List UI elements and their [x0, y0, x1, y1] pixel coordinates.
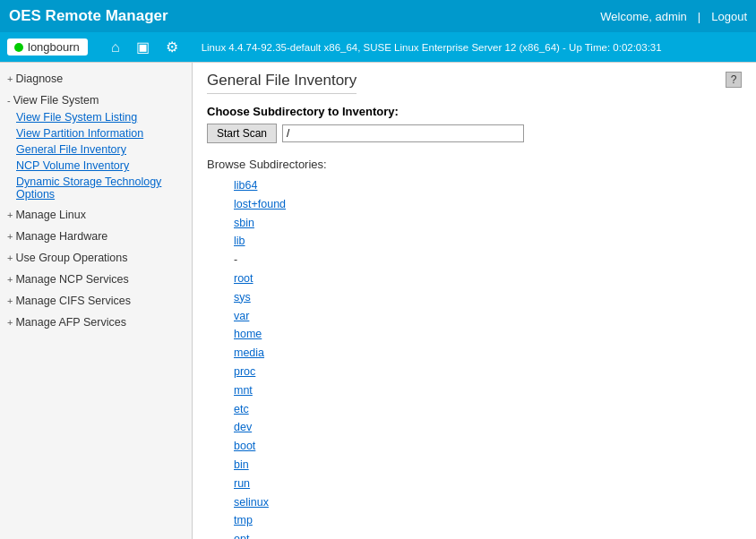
- nav-icons: ⌂ ▣ ⚙: [107, 37, 182, 57]
- header-right: Welcome, admin | Logout: [600, 10, 747, 23]
- expand-minus-icon: -: [7, 95, 11, 106]
- directory-list: lib64lost+foundsbinlib-rootsysvarhomemed…: [207, 176, 742, 539]
- manage-linux-header[interactable]: + Manage Linux: [0, 206, 192, 224]
- view-file-system-label: View File System: [13, 94, 99, 107]
- page-title: General File Inventory: [207, 72, 357, 94]
- manage-linux-section: + Manage Linux: [0, 204, 192, 226]
- manage-hardware-header[interactable]: + Manage Hardware: [0, 227, 192, 245]
- manage-hardware-label: Manage Hardware: [15, 230, 107, 243]
- diagnose-header[interactable]: + Diagnose: [0, 70, 192, 88]
- dir-link[interactable]: run: [234, 477, 250, 490]
- list-item: sys: [234, 288, 742, 307]
- list-item: home: [234, 325, 742, 344]
- welcome-text: Welcome, admin: [600, 10, 687, 23]
- system-info: Linux 4.4.74-92.35-default x86_64, SUSE …: [202, 42, 662, 53]
- diagnose-label: Diagnose: [15, 73, 63, 85]
- manage-cifs-label: Manage CIFS Services: [15, 295, 131, 307]
- dir-link[interactable]: proc: [234, 365, 255, 378]
- view-file-system-header[interactable]: - View File System: [0, 91, 192, 109]
- server-bar: longbourn ⌂ ▣ ⚙ Linux 4.4.74-92.35-defau…: [0, 32, 756, 63]
- dir-link[interactable]: tmp: [234, 514, 253, 526]
- use-group-ops-header[interactable]: + Use Group Operations: [0, 249, 192, 267]
- dir-link[interactable]: var: [234, 310, 249, 322]
- manage-cifs-section: + Manage CIFS Services: [0, 290, 192, 312]
- dir-link[interactable]: selinux: [234, 496, 269, 509]
- expand-icon: +: [7, 73, 13, 84]
- list-item: root: [234, 270, 742, 288]
- dir-link[interactable]: lib: [234, 235, 245, 247]
- dir-link[interactable]: etc: [234, 403, 249, 415]
- list-item: -: [234, 251, 742, 270]
- dir-link[interactable]: lost+found: [234, 198, 286, 210]
- server-name-label: longbourn: [28, 40, 80, 54]
- dir-link[interactable]: sbin: [234, 217, 254, 229]
- settings-icon[interactable]: ⚙: [162, 37, 182, 57]
- monitor-icon[interactable]: ▣: [133, 37, 153, 57]
- expand-icon-afp: +: [7, 317, 13, 328]
- list-item: bin: [234, 456, 742, 475]
- manage-afp-header[interactable]: + Manage AFP Services: [0, 313, 192, 331]
- manage-afp-label: Manage AFP Services: [15, 316, 125, 329]
- list-item: opt: [234, 530, 742, 539]
- dir-link[interactable]: opt: [234, 533, 249, 539]
- use-group-ops-section: + Use Group Operations: [0, 247, 192, 269]
- help-icon[interactable]: ?: [726, 72, 742, 88]
- divider: |: [698, 10, 700, 23]
- expand-icon-cifs: +: [7, 295, 13, 306]
- start-scan-button[interactable]: Start Scan: [207, 124, 277, 143]
- view-file-system-section: - View File System View File System List…: [0, 90, 192, 204]
- sidebar-link-ncp-volume-inventory[interactable]: NCP Volume Inventory: [0, 158, 192, 174]
- list-item: selinux: [234, 493, 742, 512]
- manage-linux-label: Manage Linux: [15, 209, 86, 221]
- sidebar: + Diagnose - View File System View File …: [0, 63, 193, 539]
- dir-link[interactable]: boot: [234, 440, 255, 452]
- list-item: run: [234, 475, 742, 493]
- manage-hardware-section: + Manage Hardware: [0, 226, 192, 247]
- sidebar-link-dynamic-storage[interactable]: Dynamic Storage Technology Options: [0, 174, 192, 202]
- logout-link[interactable]: Logout: [711, 10, 747, 23]
- dir-separator: -: [234, 253, 237, 266]
- dir-link[interactable]: media: [234, 346, 264, 359]
- list-item: boot: [234, 437, 742, 456]
- list-item: lost+found: [234, 195, 742, 214]
- manage-ncp-section: + Manage NCP Services: [0, 269, 192, 290]
- top-header: OES Remote Manager Welcome, admin | Logo…: [0, 0, 756, 32]
- status-dot: [14, 43, 23, 52]
- server-name-badge: longbourn: [7, 38, 88, 56]
- list-item: sbin: [234, 214, 742, 233]
- manage-cifs-header[interactable]: + Manage CIFS Services: [0, 292, 192, 310]
- home-icon[interactable]: ⌂: [107, 38, 124, 57]
- list-item: tmp: [234, 511, 742, 530]
- dir-link[interactable]: sys: [234, 291, 251, 304]
- sidebar-link-view-partition-information[interactable]: View Partition Information: [0, 125, 192, 141]
- main-layout: + Diagnose - View File System View File …: [0, 63, 756, 539]
- dir-link[interactable]: mnt: [234, 384, 253, 397]
- manage-ncp-label: Manage NCP Services: [15, 273, 128, 286]
- expand-icon-linux: +: [7, 210, 13, 220]
- browse-title: Browse Subdirectories:: [207, 158, 742, 171]
- dir-link[interactable]: bin: [234, 458, 249, 471]
- scan-row: Start Scan: [207, 124, 742, 143]
- use-group-ops-label: Use Group Operations: [15, 252, 127, 264]
- list-item: proc: [234, 363, 742, 381]
- list-item: var: [234, 307, 742, 326]
- list-item: lib: [234, 232, 742, 251]
- list-item: media: [234, 344, 742, 363]
- list-item: mnt: [234, 381, 742, 400]
- dir-link[interactable]: root: [234, 272, 253, 285]
- manage-ncp-header[interactable]: + Manage NCP Services: [0, 270, 192, 288]
- dir-link[interactable]: dev: [234, 421, 252, 433]
- sidebar-link-general-file-inventory[interactable]: General File Inventory: [0, 141, 192, 158]
- dir-link[interactable]: lib64: [234, 179, 257, 192]
- content-area: General File Inventory ? Choose Subdirec…: [193, 63, 756, 539]
- diagnose-section: + Diagnose: [0, 68, 192, 90]
- scan-path-input[interactable]: [282, 124, 524, 142]
- expand-icon-group: +: [7, 252, 13, 263]
- app-title: OES Remote Manager: [9, 7, 168, 25]
- dir-link[interactable]: home: [234, 328, 262, 340]
- expand-icon-hardware: +: [7, 231, 13, 242]
- sidebar-link-view-file-system-listing[interactable]: View File System Listing: [0, 109, 192, 125]
- choose-label: Choose Subdirectory to Inventory:: [207, 105, 742, 118]
- expand-icon-ncp: +: [7, 274, 13, 285]
- list-item: etc: [234, 400, 742, 419]
